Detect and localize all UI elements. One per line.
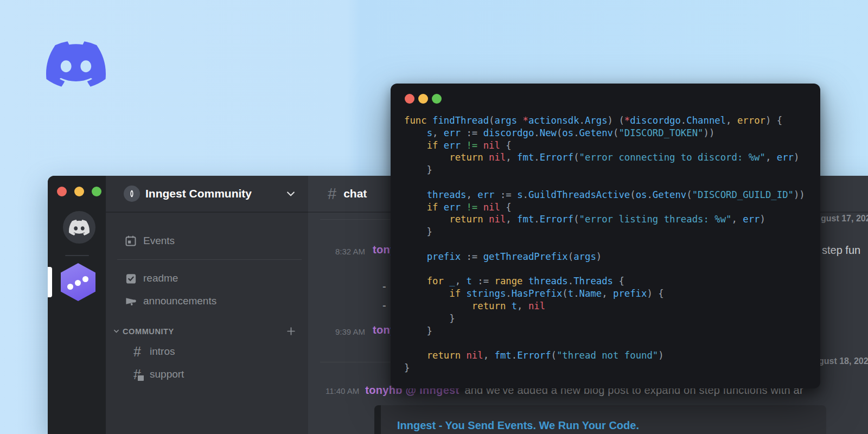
hero-stage: Inngest Community Events [0,0,868,434]
code-line: } [404,226,816,238]
list-marker: - [382,299,386,312]
code-line: } [404,312,816,325]
code-line: } [404,362,816,374]
active-server-pill [48,267,52,297]
close-button[interactable] [57,187,67,196]
code-line: for _, t := range threads.Threads { [404,275,816,288]
inngest-logo-dot [67,284,73,290]
hash-chat-icon: # [130,367,144,381]
rail-separator [65,255,89,256]
code-line: if err != nil { [404,201,816,214]
link-embed: Inngest - You Send Events. We Run Your C… [374,405,826,434]
category-label: COMMUNITY [123,327,286,336]
minimize-button[interactable] [74,187,84,196]
message-timestamp: 8:32 AM [335,247,365,256]
discord-home-button[interactable] [63,211,95,244]
chevron-down-icon [113,328,119,334]
channel-label: announcements [143,295,216,307]
inngest-logo-dot [75,280,81,286]
list-marker: - [382,280,386,293]
channel-label: support [150,368,184,380]
server-header[interactable]: Inngest Community [106,176,308,213]
code-line: if err != nil { [404,139,816,152]
code-line: func findThread(args *actionsdk.Args) (*… [404,114,816,127]
discord-logo [46,41,106,87]
category-community[interactable]: COMMUNITY [113,326,296,336]
zoom-button[interactable] [432,94,442,104]
code-line: return nil, fmt.Errorf("thread not found… [404,349,816,362]
chat-channel-name: chat [343,187,367,200]
code-line: return nil, fmt.Errorf("error listing th… [404,213,816,226]
megaphone-icon [124,294,138,308]
embed-link-title[interactable]: Inngest - You Send Events. We Run Your C… [397,419,826,432]
code-line [404,238,816,251]
channel-support[interactable]: # support [124,363,302,385]
date-divider-label: gust 18, 202 [815,356,868,366]
code-window: func findThread(args *actionsdk.Args) (*… [391,84,820,388]
code-editor-content: func findThread(args *actionsdk.Args) (*… [404,114,816,383]
channel-readme[interactable]: readme [117,267,302,289]
code-line: s, err := discordgo.New(os.Getenv("DISCO… [404,127,816,139]
code-line: return nil, fmt.Errorf("error connecting… [404,151,816,164]
channel-events[interactable]: Events [117,230,302,252]
inngest-server-button[interactable] [61,263,95,301]
sidebar-divider [117,259,302,260]
code-line: } [404,164,816,176]
code-line [404,176,816,189]
date-divider-label: gust 17, 202 [817,214,868,224]
server-rail [48,176,106,434]
calendar-icon [124,234,138,248]
message-text-fragment: step fun [822,244,860,257]
code-line [404,263,816,276]
hash-icon: # [130,344,144,359]
hash-icon: # [328,185,336,203]
code-line: } [404,325,816,337]
inngest-logo-dot [82,276,88,282]
readme-check-icon [124,271,138,285]
minimize-button[interactable] [418,94,428,104]
channel-list: Events readme [106,213,308,386]
server-name: Inngest Community [145,187,285,200]
community-badge-icon [124,186,140,202]
discord-mark-icon [69,220,90,235]
code-line: return t, nil [404,300,816,312]
zoom-button[interactable] [92,187,101,196]
channel-label: Events [143,235,175,247]
code-line [404,337,816,349]
close-button[interactable] [405,94,414,104]
code-line: threads, err := s.GuildThreadsActive(os.… [404,189,816,201]
channel-label: readme [143,272,178,284]
message-timestamp: 11:40 AM [326,386,359,395]
code-line: prefix := getThreadPrefix(args) [404,251,816,263]
channel-announcements[interactable]: announcements [117,290,302,312]
channel-label: intros [150,346,175,358]
chevron-down-icon[interactable] [285,188,296,199]
channel-intros[interactable]: # intros [124,341,302,362]
channel-sidebar: Inngest Community Events [106,176,308,434]
code-line: if strings.HasPrefix(t.Name, prefix) { [404,288,816,300]
message-timestamp: 9:39 AM [335,327,365,336]
create-channel-plus-icon[interactable] [286,326,296,336]
